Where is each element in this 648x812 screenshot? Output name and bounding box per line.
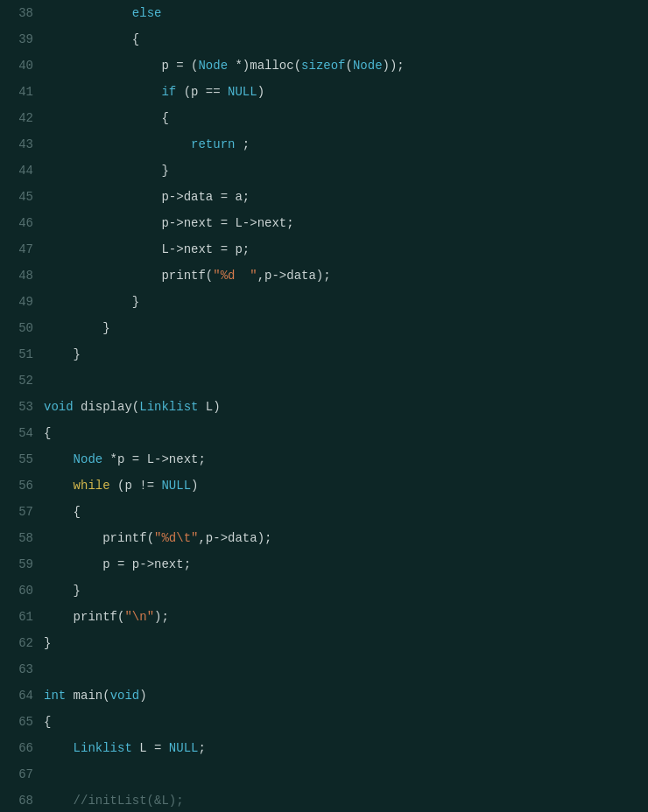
code-line: p->data = a; bbox=[44, 184, 644, 210]
token: ) bbox=[191, 479, 198, 493]
token bbox=[44, 242, 161, 256]
token bbox=[44, 452, 74, 466]
token: } bbox=[161, 164, 168, 178]
line-number: 53 bbox=[7, 394, 33, 420]
token: ( bbox=[346, 59, 353, 73]
token: p->next = L->next; bbox=[161, 216, 293, 230]
code-line: while (p != NULL) bbox=[44, 472, 644, 499]
token: if bbox=[161, 85, 176, 99]
line-number: 40 bbox=[7, 52, 33, 79]
line-number: 42 bbox=[7, 105, 33, 131]
token: } bbox=[102, 321, 109, 335]
token: main( bbox=[66, 689, 109, 703]
code-line: { bbox=[44, 709, 644, 735]
code-content[interactable]: else { p = (Node *)malloc(sizeof(Node));… bbox=[40, 0, 648, 812]
token: ; bbox=[198, 741, 205, 755]
token: L->next = p; bbox=[161, 242, 250, 256]
token bbox=[44, 164, 161, 178]
token bbox=[44, 85, 161, 99]
code-line: return ; bbox=[44, 131, 644, 158]
token: } bbox=[44, 636, 51, 650]
line-number: 58 bbox=[7, 525, 33, 551]
line-number: 56 bbox=[7, 472, 33, 499]
token: )); bbox=[383, 59, 405, 73]
token: ); bbox=[154, 610, 169, 624]
token: *p = L->next; bbox=[102, 452, 206, 466]
token: printf( bbox=[74, 610, 125, 624]
line-number: 68 bbox=[7, 788, 33, 812]
token bbox=[44, 794, 74, 808]
token bbox=[44, 216, 161, 230]
line-number: 52 bbox=[7, 368, 33, 394]
line-number: 62 bbox=[7, 630, 33, 656]
token bbox=[44, 347, 74, 361]
token: L = bbox=[132, 741, 169, 755]
token: p bbox=[161, 59, 168, 73]
line-number: 51 bbox=[7, 341, 33, 368]
code-line: } bbox=[44, 289, 644, 315]
code-line: p = (Node *)malloc(sizeof(Node)); bbox=[44, 52, 644, 79]
token: NULL bbox=[161, 479, 191, 493]
token: malloc bbox=[250, 59, 293, 73]
token: { bbox=[44, 715, 51, 729]
token: else bbox=[132, 6, 162, 20]
token: } bbox=[74, 584, 81, 598]
line-number: 45 bbox=[7, 184, 33, 210]
token: L) bbox=[198, 400, 220, 414]
token: p = p->next; bbox=[102, 557, 191, 571]
code-line: else bbox=[44, 0, 644, 26]
token: "\n" bbox=[124, 610, 154, 624]
token: "%d " bbox=[213, 269, 257, 283]
token: Node bbox=[198, 59, 228, 73]
code-line: Linklist L = NULL; bbox=[44, 735, 644, 761]
token: "%d\t" bbox=[154, 531, 198, 545]
code-line: p->next = L->next; bbox=[44, 210, 644, 236]
code-line: L->next = p; bbox=[44, 236, 644, 262]
token: } bbox=[74, 347, 81, 361]
line-number: 65 bbox=[7, 709, 33, 735]
code-line: } bbox=[44, 341, 644, 368]
token: display( bbox=[74, 400, 140, 414]
code-line: Node *p = L->next; bbox=[44, 446, 644, 472]
code-line: { bbox=[44, 105, 644, 131]
code-line bbox=[44, 761, 644, 788]
line-numbers: 3839404142434445464748495051525354555657… bbox=[0, 0, 40, 812]
token: *) bbox=[228, 59, 250, 73]
token bbox=[44, 59, 161, 73]
code-line: if (p == NULL) bbox=[44, 79, 644, 105]
token bbox=[44, 321, 102, 335]
token: { bbox=[74, 505, 81, 519]
token: { bbox=[161, 111, 168, 125]
token: printf( bbox=[161, 269, 213, 283]
code-line: { bbox=[44, 499, 644, 525]
token: = ( bbox=[169, 59, 199, 73]
token bbox=[44, 295, 132, 309]
code-line: //initList(&L); bbox=[44, 788, 644, 812]
token bbox=[44, 32, 132, 46]
token: Linklist bbox=[139, 400, 198, 414]
code-line: int main(void) bbox=[44, 682, 644, 709]
token: { bbox=[44, 426, 51, 440]
token: NULL bbox=[228, 85, 257, 99]
token: int bbox=[44, 689, 66, 703]
code-line bbox=[44, 368, 644, 394]
line-number: 60 bbox=[7, 578, 33, 604]
token: ) bbox=[139, 689, 146, 703]
code-line: printf("%d ",p->data); bbox=[44, 262, 644, 289]
code-line: } bbox=[44, 158, 644, 184]
line-number: 41 bbox=[7, 79, 33, 105]
token: Linklist bbox=[74, 741, 132, 755]
code-line: } bbox=[44, 315, 644, 341]
token bbox=[44, 610, 74, 624]
token: p->data = a; bbox=[161, 190, 250, 204]
token: ,p->data); bbox=[257, 269, 331, 283]
token: return bbox=[191, 137, 235, 151]
token bbox=[44, 6, 132, 20]
token: sizeof bbox=[301, 59, 345, 73]
line-number: 55 bbox=[7, 446, 33, 472]
token bbox=[44, 269, 161, 283]
token: ,p->data); bbox=[198, 531, 271, 545]
token bbox=[44, 479, 74, 493]
code-line: printf("%d\t",p->data); bbox=[44, 525, 644, 551]
line-number: 67 bbox=[7, 761, 33, 788]
